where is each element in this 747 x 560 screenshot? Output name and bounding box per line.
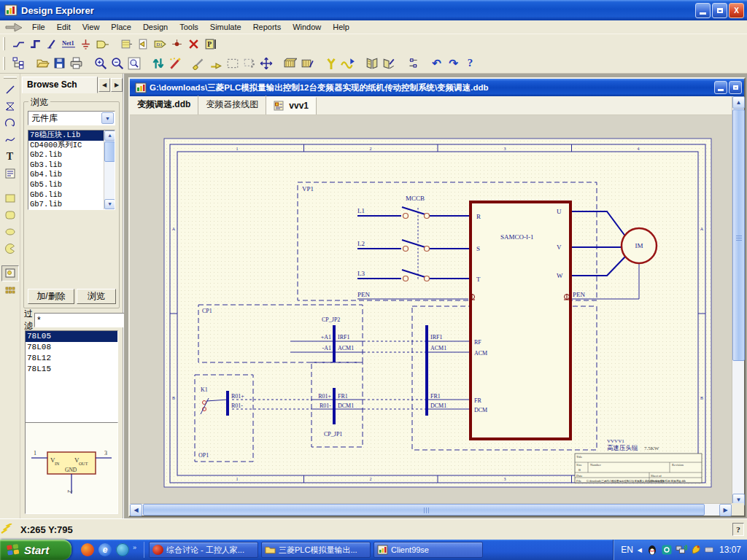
tab-vvv1[interactable]: vvv1 [266, 97, 317, 114]
panel-next-button[interactable]: ▶ [111, 78, 123, 92]
doc-restore-button[interactable] [729, 81, 742, 94]
browse-parts-icon[interactable] [282, 55, 298, 71]
close-button[interactable]: X [729, 3, 744, 18]
language-indicator[interactable]: EN [621, 545, 633, 555]
library-item[interactable]: CD4000系列IC [28, 141, 104, 151]
preferences-icon[interactable] [404, 55, 421, 71]
messenger-tray-icon[interactable] [661, 544, 673, 556]
clock[interactable]: 13:07 [719, 545, 741, 555]
start-button[interactable]: Start [0, 540, 71, 560]
drag-arrow-icon[interactable] [207, 55, 224, 71]
schematic-canvas[interactable]: 1234 1234 AB AB [130, 115, 732, 506]
library-item[interactable]: 78稳压块.Lib [28, 131, 104, 141]
port-icon[interactable]: D1 [152, 36, 169, 52]
pie-tool-icon[interactable] [1, 241, 19, 257]
rectangle-tool-icon[interactable] [1, 190, 19, 206]
edit-part-icon[interactable] [298, 55, 315, 71]
doc-minimize-button[interactable] [714, 81, 727, 94]
ellipse-tool-icon[interactable] [1, 224, 19, 240]
library-item[interactable]: Gb2.lib [28, 150, 104, 160]
menu-view[interactable]: View [77, 21, 106, 33]
power-port-icon[interactable] [77, 36, 94, 52]
library-item[interactable]: Gb3.lib [28, 160, 104, 171]
line-tool-icon[interactable] [1, 82, 19, 98]
pcb-directive-icon[interactable]: P [202, 36, 219, 52]
quicklaunch-overflow-icon[interactable]: » [133, 544, 136, 551]
vertical-scrollbar[interactable]: ▲ ▼ [732, 96, 744, 506]
library-item[interactable]: Gb6.lib [28, 190, 104, 201]
net-label-icon[interactable]: Net1 [61, 36, 77, 52]
library-item[interactable]: Gb7.lib [28, 200, 104, 210]
scroll-right-icon[interactable]: ▶ [719, 504, 732, 516]
document-titlebar[interactable]: G:\downloads\三菱PLC模拟量输出控制12台变频器实现的纸机传动控制… [130, 79, 744, 96]
tab-wiring-diagram[interactable]: 变频器接线图 [198, 96, 266, 114]
library-type-combo[interactable]: 元件库 ▼ [28, 111, 115, 125]
ime-tray-icon[interactable] [705, 544, 713, 556]
vscroll-thumb[interactable] [732, 109, 745, 361]
undo-icon[interactable]: ↶ [428, 55, 445, 71]
library-edit-icon[interactable] [380, 55, 397, 71]
toolbar-grip2[interactable] [3, 57, 5, 70]
scrollbar-thumb[interactable] [104, 141, 115, 162]
component-item[interactable]: 78L05 [26, 331, 117, 342]
part-icon[interactable] [94, 36, 111, 52]
menu-reports[interactable]: Reports [247, 21, 287, 33]
redo-icon[interactable]: ↷ [445, 55, 462, 71]
component-item[interactable]: 78L15 [26, 364, 117, 375]
polygon-tool-icon[interactable] [1, 98, 19, 114]
bus-entry-icon[interactable] [44, 36, 61, 52]
alert-tray-icon[interactable] [690, 544, 702, 556]
wire-tool-icon[interactable] [10, 36, 27, 52]
text-frame-tool-icon[interactable] [1, 166, 19, 182]
menu-design[interactable]: Design [137, 21, 174, 33]
restore-button[interactable] [712, 3, 727, 18]
panel-prev-button[interactable]: ◀ [98, 78, 110, 92]
menu-edit[interactable]: Edit [51, 21, 77, 33]
task-button-forum[interactable]: 综合讨论 - 工控人家... [149, 542, 258, 558]
explorer-tree-icon[interactable] [10, 55, 27, 71]
library-icon[interactable] [363, 55, 380, 71]
cut-wire-icon[interactable] [190, 55, 207, 71]
component-item[interactable]: 78L08 [26, 342, 117, 353]
wrench-icon[interactable] [322, 55, 339, 71]
run-simulation-icon[interactable] [339, 55, 356, 71]
combo-dropdown-icon[interactable]: ▼ [101, 112, 114, 124]
hscroll-thumb[interactable] [143, 504, 705, 516]
menu-window[interactable]: Window [287, 21, 327, 33]
move-icon[interactable] [258, 55, 274, 71]
zoom-out-icon[interactable] [109, 55, 125, 71]
library-list[interactable]: 78稳压块.Lib CD4000系列IC Gb2.lib Gb3.lib Gb4… [28, 130, 115, 210]
menu-arrow-icon[interactable] [4, 22, 23, 33]
print-icon[interactable] [68, 55, 85, 71]
junction-icon[interactable] [169, 36, 185, 52]
toolbar-grip[interactable] [3, 37, 5, 50]
library-item[interactable]: Gb5.lib [28, 180, 104, 190]
minimize-button[interactable] [695, 3, 711, 18]
no-erc-icon[interactable] [185, 36, 202, 52]
zoom-in-icon[interactable] [92, 55, 109, 71]
scroll-up-icon[interactable]: ▲ [104, 131, 115, 141]
task-button-folder[interactable]: 三菱PLC模拟量输出... [261, 542, 371, 558]
browse-sch-tab[interactable]: Browse Sch [22, 77, 98, 93]
globe-icon[interactable] [116, 543, 129, 556]
save-icon[interactable] [51, 55, 68, 71]
network-tray-icon[interactable] [676, 544, 687, 556]
bezier-tool-icon[interactable] [1, 132, 19, 148]
status-help-button[interactable]: ? [732, 523, 744, 536]
bus-tool-icon[interactable] [27, 36, 44, 52]
tray-collapse-icon[interactable]: ◀ [638, 547, 642, 553]
array-tool-icon[interactable] [1, 282, 19, 298]
scroll-left-icon[interactable]: ◀ [130, 504, 142, 516]
library-item[interactable]: Gb4.lib [28, 170, 104, 180]
browse-button[interactable]: 浏览 [77, 289, 116, 304]
redraw-icon[interactable] [166, 55, 183, 71]
horizontal-scrollbar[interactable]: ◀ ▶ [130, 503, 732, 516]
menu-place[interactable]: Place [105, 21, 137, 33]
text-tool-icon[interactable]: T [1, 149, 19, 165]
qq-tray-icon[interactable] [646, 544, 658, 556]
deselect-icon[interactable] [241, 55, 258, 71]
fit-document-icon[interactable] [150, 55, 166, 71]
picture-tool-icon[interactable] [1, 265, 19, 281]
scroll-down-icon[interactable]: ▼ [104, 199, 115, 209]
library-list-scrollbar[interactable]: ▲ ▼ [104, 131, 115, 209]
